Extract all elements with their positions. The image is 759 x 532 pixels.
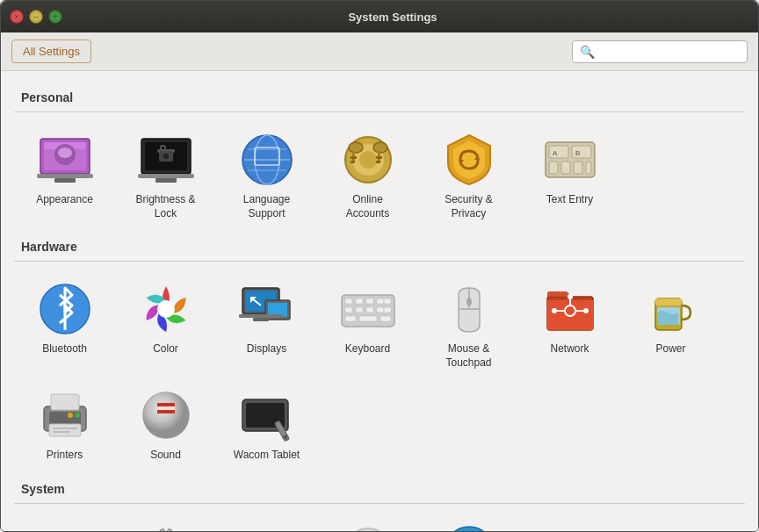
sound-item[interactable]: Sound xyxy=(115,378,216,471)
svg-rect-60 xyxy=(366,307,373,313)
security-privacy-label: Security &Privacy xyxy=(445,193,493,220)
security-privacy-item[interactable]: Security &Privacy xyxy=(418,123,519,229)
mouse-touchpad-icon xyxy=(441,281,497,337)
svg-rect-58 xyxy=(345,307,352,313)
svg-point-87 xyxy=(75,413,80,418)
wacom-tablet-item[interactable]: Wacom Tablet xyxy=(216,378,317,471)
online-accounts-label: OnlineAccounts xyxy=(346,193,389,220)
search-input[interactable] xyxy=(600,45,740,58)
maximize-button[interactable]: + xyxy=(48,10,62,24)
appearance-item[interactable]: Appearance xyxy=(14,123,115,229)
software-updates-item[interactable]: Software &Updates xyxy=(216,514,317,531)
details-icon xyxy=(138,523,194,531)
minimize-button[interactable]: – xyxy=(29,10,43,24)
close-button[interactable]: × xyxy=(10,10,24,24)
system-settings-window: × – + System Settings All Settings 🔍 Per… xyxy=(0,0,759,532)
color-icon xyxy=(138,281,194,337)
displays-label: Displays xyxy=(247,342,286,356)
titlebar: × – + System Settings xyxy=(1,1,758,32)
brightness-lock-label: Brightness &Lock xyxy=(135,193,195,220)
svg-rect-62 xyxy=(384,307,391,313)
search-box: 🔍 xyxy=(572,40,748,63)
svg-rect-53 xyxy=(345,298,352,304)
universal-access-item[interactable]: UniversalAccess xyxy=(418,514,519,531)
svg-rect-27 xyxy=(351,161,355,163)
svg-rect-79 xyxy=(655,298,682,306)
appearance-label: Appearance xyxy=(36,193,93,207)
svg-rect-26 xyxy=(351,156,357,159)
svg-text:A: A xyxy=(553,149,558,157)
svg-rect-9 xyxy=(138,174,194,178)
keyboard-label: Keyboard xyxy=(345,342,390,356)
online-accounts-item[interactable]: OnlineAccounts xyxy=(317,123,418,229)
svg-point-116 xyxy=(347,530,389,531)
power-item[interactable]: Power xyxy=(620,272,721,378)
displays-item[interactable]: Displays xyxy=(216,272,317,378)
user-accounts-item[interactable]: UserAccounts xyxy=(519,514,620,531)
language-support-item[interactable]: LanguageSupport xyxy=(216,123,317,229)
language-support-label: LanguageSupport xyxy=(243,193,290,220)
all-settings-button[interactable]: All Settings xyxy=(11,40,91,63)
bluetooth-item[interactable]: Bluetooth xyxy=(14,272,115,378)
svg-rect-35 xyxy=(549,162,558,174)
wacom-tablet-icon xyxy=(239,387,295,443)
search-icon: 🔍 xyxy=(580,45,595,59)
keyboard-item[interactable]: Keyboard xyxy=(317,272,418,378)
svg-rect-54 xyxy=(356,298,363,304)
sound-icon xyxy=(138,387,194,443)
details-item[interactable]: Details xyxy=(115,514,216,531)
svg-rect-63 xyxy=(345,316,356,321)
window-title: System Settings xyxy=(71,11,714,24)
personal-divider xyxy=(14,111,745,112)
svg-point-90 xyxy=(143,392,189,438)
main-content: Personal Appearance xyxy=(1,71,758,531)
bluetooth-label: Bluetooth xyxy=(42,342,87,356)
backups-item[interactable]: Backups xyxy=(14,514,115,531)
window-controls: × – + xyxy=(10,10,62,24)
svg-point-24 xyxy=(349,142,363,153)
svg-rect-84 xyxy=(49,424,81,436)
svg-rect-49 xyxy=(253,318,269,321)
svg-rect-56 xyxy=(377,298,384,304)
svg-rect-59 xyxy=(356,307,363,313)
svg-rect-64 xyxy=(359,316,377,321)
svg-rect-92 xyxy=(157,403,175,406)
system-divider xyxy=(14,503,745,504)
svg-point-6 xyxy=(58,147,72,158)
svg-point-88 xyxy=(68,413,73,418)
svg-rect-65 xyxy=(380,316,391,321)
svg-rect-3 xyxy=(37,174,93,178)
sound-label: Sound xyxy=(150,449,181,463)
svg-rect-94 xyxy=(157,410,175,413)
svg-point-124 xyxy=(445,527,494,531)
keyboard-icon xyxy=(340,281,396,337)
svg-rect-83 xyxy=(51,394,79,410)
text-entry-item[interactable]: A B Text Entry xyxy=(519,123,620,229)
system-grid: Backups Details xyxy=(14,514,745,531)
wacom-tablet-label: Wacom Tablet xyxy=(234,449,300,463)
brightness-lock-item[interactable]: Brightness &Lock xyxy=(115,123,216,229)
svg-point-43 xyxy=(157,300,175,318)
color-item[interactable]: Color xyxy=(115,272,216,378)
mouse-touchpad-item[interactable]: Mouse &Touchpad xyxy=(418,272,519,378)
svg-point-23 xyxy=(359,151,377,169)
svg-point-77 xyxy=(552,308,557,313)
svg-rect-31 xyxy=(376,161,380,163)
svg-rect-38 xyxy=(586,162,591,174)
hardware-divider xyxy=(14,261,745,262)
mouse-touchpad-label: Mouse &Touchpad xyxy=(445,342,491,370)
displays-icon xyxy=(239,281,295,337)
security-privacy-icon xyxy=(441,132,497,188)
svg-text:B: B xyxy=(575,149,580,157)
printers-icon xyxy=(37,387,93,443)
time-date-item[interactable]: Time & Date xyxy=(317,514,418,531)
network-icon xyxy=(542,281,598,337)
svg-rect-48 xyxy=(239,314,283,318)
svg-rect-37 xyxy=(574,162,582,174)
language-support-icon xyxy=(239,132,295,188)
svg-rect-93 xyxy=(157,406,175,410)
network-label: Network xyxy=(550,342,589,356)
network-item[interactable]: Network xyxy=(519,272,620,378)
svg-point-14 xyxy=(163,154,169,159)
printers-item[interactable]: Printers xyxy=(14,378,115,471)
